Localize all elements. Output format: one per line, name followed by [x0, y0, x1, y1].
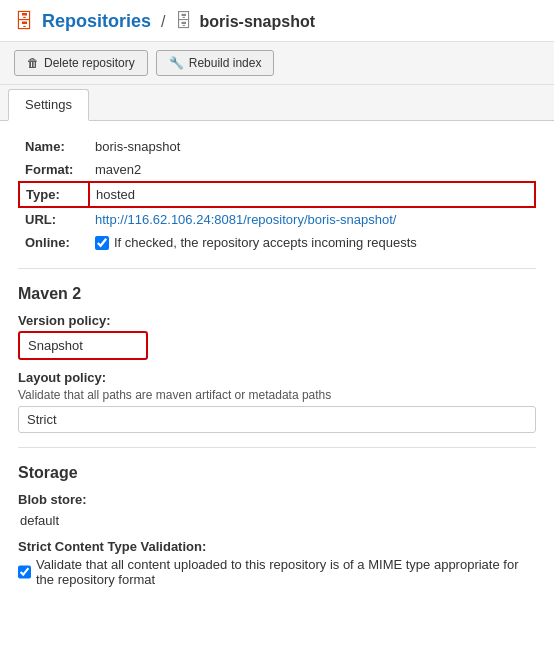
version-policy-value-wrapper: Snapshot [18, 331, 536, 360]
tab-settings[interactable]: Settings [8, 89, 89, 121]
version-policy-row: Version policy: Snapshot [18, 313, 536, 360]
strict-validation-checkbox-row: Validate that all content uploaded to th… [18, 557, 536, 587]
online-row: Online: If checked, the repository accep… [19, 231, 535, 254]
rebuild-icon: 🔧 [169, 56, 184, 70]
url-label: URL: [19, 207, 89, 231]
name-label: Name: [19, 135, 89, 158]
delete-repository-button[interactable]: 🗑 Delete repository [14, 50, 148, 76]
strict-validation-text: Validate that all content uploaded to th… [36, 557, 536, 587]
strict-validation-field: Strict Content Type Validation: Validate… [18, 539, 536, 587]
version-policy-value: Snapshot [18, 331, 148, 360]
repositories-link[interactable]: Repositories [42, 11, 151, 32]
type-row: Type: hosted [19, 182, 535, 207]
repositories-icon: 🗄 [14, 10, 34, 33]
blob-store-label: Blob store: [18, 492, 536, 507]
online-text: If checked, the repository accepts incom… [114, 235, 417, 250]
section-divider-1 [18, 268, 536, 269]
url-link[interactable]: http://116.62.106.24:8081/repository/bor… [95, 212, 396, 227]
online-checkbox-row: If checked, the repository accepts incom… [95, 235, 529, 250]
format-value: maven2 [89, 158, 535, 182]
tab-bar: Settings [0, 85, 554, 121]
name-value: boris-snapshot [89, 135, 535, 158]
online-value: If checked, the repository accepts incom… [89, 231, 535, 254]
url-value: http://116.62.106.24:8081/repository/bor… [89, 207, 535, 231]
page-header: 🗄 Repositories / 🗄 boris-snapshot [0, 0, 554, 42]
url-row: URL: http://116.62.106.24:8081/repositor… [19, 207, 535, 231]
toolbar: 🗑 Delete repository 🔧 Rebuild index [0, 42, 554, 85]
blob-store-field: Blob store: default [18, 492, 536, 531]
layout-help-text: Validate that all paths are maven artifa… [18, 388, 536, 402]
info-table: Name: boris-snapshot Format: maven2 Type… [18, 135, 536, 254]
version-policy-label: Version policy: [18, 313, 536, 328]
blob-store-value: default [18, 510, 536, 531]
type-label: Type: [19, 182, 89, 207]
layout-policy-input[interactable] [18, 406, 536, 433]
rebuild-index-button[interactable]: 🔧 Rebuild index [156, 50, 275, 76]
strict-validation-label: Strict Content Type Validation: [18, 539, 536, 554]
breadcrumb-separator: / [161, 13, 165, 31]
delete-label: Delete repository [44, 56, 135, 70]
online-label: Online: [19, 231, 89, 254]
name-row: Name: boris-snapshot [19, 135, 535, 158]
online-checkbox[interactable] [95, 236, 109, 250]
maven2-section-header: Maven 2 [18, 285, 536, 303]
repo-name: boris-snapshot [199, 13, 315, 31]
delete-icon: 🗑 [27, 56, 39, 70]
format-row: Format: maven2 [19, 158, 535, 182]
layout-policy-label: Layout policy: [18, 370, 536, 385]
format-label: Format: [19, 158, 89, 182]
content-area: Name: boris-snapshot Format: maven2 Type… [0, 121, 554, 609]
layout-policy-row: Layout policy: Validate that all paths a… [18, 370, 536, 433]
repo-icon: 🗄 [175, 11, 193, 32]
section-divider-2 [18, 447, 536, 448]
storage-section-header: Storage [18, 464, 536, 482]
type-value: hosted [89, 182, 535, 207]
rebuild-label: Rebuild index [189, 56, 262, 70]
strict-validation-checkbox[interactable] [18, 565, 31, 579]
